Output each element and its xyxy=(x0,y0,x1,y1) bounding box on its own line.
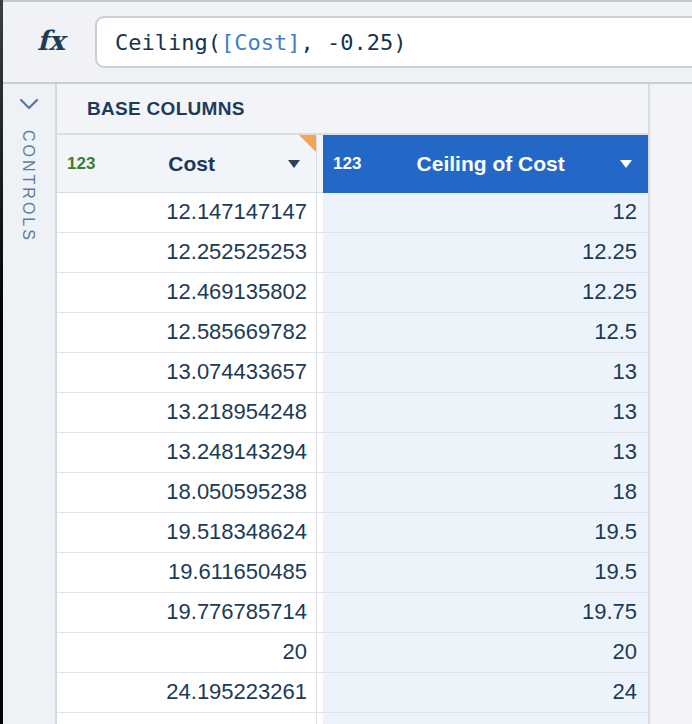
controls-panel-label: CONTROLS xyxy=(19,130,37,243)
table-row: 18.050595238 18 xyxy=(57,473,648,513)
formula-column-ref: [Cost] xyxy=(221,30,300,55)
cost-cell[interactable]: 18.050595238 xyxy=(57,473,317,512)
table-row: 19.776785714 19.75 xyxy=(57,593,648,633)
formula-input[interactable]: Ceiling([Cost], -0.25) xyxy=(95,16,692,68)
formula-prefix: Ceiling( xyxy=(115,30,221,55)
cost-cell[interactable]: 19.518348624 xyxy=(57,513,317,552)
cost-cell[interactable]: 12.585669782 xyxy=(57,313,317,352)
table-row: 12.147147147 12 xyxy=(57,193,648,233)
cost-cell[interactable]: 12.147147147 xyxy=(57,193,317,232)
column-title-cost: Cost xyxy=(95,152,288,176)
formula-source-marker-icon xyxy=(299,135,316,152)
chevron-down-icon[interactable] xyxy=(19,98,39,110)
table-row: 24.195223261 24 xyxy=(57,673,648,713)
ceiling-of-cost-cell[interactable]: 18 xyxy=(323,473,648,512)
table-row: 13.218954248 13 xyxy=(57,393,648,433)
window-top-border xyxy=(0,0,692,2)
ceiling-of-cost-cell[interactable]: 12.25 xyxy=(323,273,648,312)
cost-cell[interactable]: 19.611650485 xyxy=(57,553,317,592)
table-row: 19.518348624 19.5 xyxy=(57,513,648,553)
ceiling-of-cost-cell[interactable]: 20 xyxy=(323,633,648,672)
cost-cell[interactable]: 12.469135802 xyxy=(57,273,317,312)
section-header: BASE COLUMNS xyxy=(87,84,245,133)
numeric-type-icon: 123 xyxy=(67,154,95,174)
column-title-ceiling-of-cost: Ceiling of Cost xyxy=(361,152,620,176)
table-row: 20 20 xyxy=(57,633,648,673)
cost-cell[interactable]: 19.776785714 xyxy=(57,593,317,632)
caret-down-icon[interactable] xyxy=(620,160,632,168)
table-row: 19.611650485 19.5 xyxy=(57,553,648,593)
ceiling-of-cost-cell[interactable] xyxy=(323,713,648,724)
table-row: 12.585669782 12.5 xyxy=(57,313,648,353)
ceiling-of-cost-cell[interactable]: 12 xyxy=(323,193,648,232)
ceiling-of-cost-cell[interactable]: 19.5 xyxy=(323,553,648,592)
ceiling-of-cost-cell[interactable]: 19.75 xyxy=(323,593,648,632)
table-row xyxy=(57,713,648,724)
table-row: 13.074433657 13 xyxy=(57,353,648,393)
fx-icon: fx xyxy=(37,25,65,56)
controls-panel-tab[interactable]: CONTROLS xyxy=(3,84,57,724)
column-header-ceiling-of-cost[interactable]: 123 Ceiling of Cost xyxy=(323,135,648,193)
ceiling-of-cost-cell[interactable]: 13 xyxy=(323,433,648,472)
table-row: 12.252525253 12.25 xyxy=(57,233,648,273)
numeric-type-icon: 123 xyxy=(333,154,361,174)
table-pane: BASE COLUMNS 123 Cost 123 Ceiling of Cos… xyxy=(57,84,692,724)
section-header-row: BASE COLUMNS xyxy=(57,84,648,135)
ceiling-of-cost-cell[interactable]: 13 xyxy=(323,393,648,432)
ceiling-of-cost-cell[interactable]: 12.5 xyxy=(323,313,648,352)
table-body: 12.147147147 12 12.252525253 12.25 12.46… xyxy=(57,193,648,724)
cost-cell[interactable]: 13.074433657 xyxy=(57,353,317,392)
cost-cell[interactable]: 13.248143294 xyxy=(57,433,317,472)
cost-cell[interactable] xyxy=(57,713,317,724)
formula-bar: fx Ceiling([Cost], -0.25) xyxy=(3,2,692,84)
caret-down-icon[interactable] xyxy=(288,160,300,168)
cost-cell[interactable]: 24.195223261 xyxy=(57,673,317,712)
ceiling-of-cost-cell[interactable]: 12.25 xyxy=(323,233,648,272)
column-header-row: 123 Cost 123 Ceiling of Cost xyxy=(57,135,648,193)
cost-cell[interactable]: 13.218954248 xyxy=(57,393,317,432)
table-right-border xyxy=(648,84,650,724)
table-row: 13.248143294 13 xyxy=(57,433,648,473)
ceiling-of-cost-cell[interactable]: 13 xyxy=(323,353,648,392)
cost-cell[interactable]: 20 xyxy=(57,633,317,672)
formula-suffix: , -0.25) xyxy=(300,30,406,55)
column-header-cost[interactable]: 123 Cost xyxy=(57,135,317,193)
ceiling-of-cost-cell[interactable]: 24 xyxy=(323,673,648,712)
ceiling-of-cost-cell[interactable]: 19.5 xyxy=(323,513,648,552)
table-row: 12.469135802 12.25 xyxy=(57,273,648,313)
window-left-edge xyxy=(0,0,3,724)
cost-cell[interactable]: 12.252525253 xyxy=(57,233,317,272)
